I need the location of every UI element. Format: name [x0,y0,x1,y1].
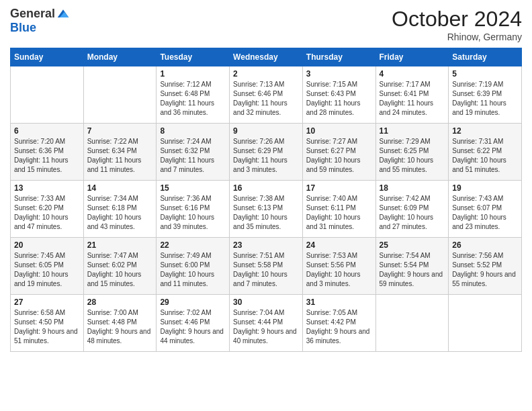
day-number: 14 [87,183,153,193]
day-info: Sunrise: 7:27 AMSunset: 6:27 PMDaylight:… [306,137,372,175]
month-title: October 2024 [392,7,522,32]
calendar-cell: 20Sunrise: 7:45 AMSunset: 6:05 PMDayligh… [11,238,84,295]
day-number: 29 [160,298,226,307]
day-number: 10 [306,126,372,136]
calendar-cell: 9Sunrise: 7:26 AMSunset: 6:29 PMDaylight… [230,124,303,181]
logo-general-text: General [10,7,55,21]
calendar-cell: 14Sunrise: 7:34 AMSunset: 6:18 PMDayligh… [83,181,157,238]
day-number: 18 [380,183,445,193]
calendar-cell: 17Sunrise: 7:40 AMSunset: 6:11 PMDayligh… [302,181,375,238]
calendar-cell: 3Sunrise: 7:15 AMSunset: 6:43 PMDaylight… [302,66,375,124]
weekday-header-tuesday: Tuesday [157,48,230,66]
day-number: 2 [233,69,299,79]
day-info: Sunrise: 7:47 AMSunset: 6:02 PMDaylight:… [87,251,153,289]
weekday-header-thursday: Thursday [302,48,375,66]
day-info: Sunrise: 7:34 AMSunset: 6:18 PMDaylight:… [87,194,153,232]
weekday-header-saturday: Saturday [449,48,522,66]
logo: General Blue [10,7,70,35]
day-info: Sunrise: 7:40 AMSunset: 6:11 PMDaylight:… [306,194,372,232]
day-info: Sunrise: 7:45 AMSunset: 6:05 PMDaylight:… [14,251,80,289]
day-info: Sunrise: 7:17 AMSunset: 6:41 PMDaylight:… [380,80,445,118]
day-number: 26 [452,240,518,250]
weekday-header-row: SundayMondayTuesdayWednesdayThursdayFrid… [11,48,522,66]
day-info: Sunrise: 7:31 AMSunset: 6:22 PMDaylight:… [452,137,518,175]
calendar-cell: 19Sunrise: 7:43 AMSunset: 6:07 PMDayligh… [449,181,522,238]
calendar-cell [11,66,84,124]
day-info: Sunrise: 7:42 AMSunset: 6:09 PMDaylight:… [380,194,445,232]
title-area: October 2024 Rhinow, Germany [392,7,522,42]
day-info: Sunrise: 7:51 AMSunset: 5:58 PMDaylight:… [233,251,299,289]
day-info: Sunrise: 7:43 AMSunset: 6:07 PMDaylight:… [452,194,518,232]
day-info: Sunrise: 7:56 AMSunset: 5:52 PMDaylight:… [452,251,518,289]
day-number: 28 [87,298,153,307]
day-number: 9 [233,126,299,136]
calendar-cell: 25Sunrise: 7:54 AMSunset: 5:54 PMDayligh… [375,238,449,295]
calendar-cell: 29Sunrise: 7:02 AMSunset: 4:46 PMDayligh… [157,295,230,352]
calendar-table: SundayMondayTuesdayWednesdayThursdayFrid… [10,48,522,352]
calendar-cell: 27Sunrise: 6:58 AMSunset: 4:50 PMDayligh… [11,295,84,352]
calendar-cell: 13Sunrise: 7:33 AMSunset: 6:20 PMDayligh… [11,181,84,238]
calendar-cell [83,66,157,124]
calendar-cell: 28Sunrise: 7:00 AMSunset: 4:48 PMDayligh… [83,295,157,352]
day-info: Sunrise: 7:13 AMSunset: 6:46 PMDaylight:… [233,80,299,118]
day-number: 21 [87,240,153,250]
weekday-header-friday: Friday [375,48,449,66]
day-info: Sunrise: 7:22 AMSunset: 6:34 PMDaylight:… [87,137,153,175]
calendar-cell: 18Sunrise: 7:42 AMSunset: 6:09 PMDayligh… [375,181,449,238]
calendar-cell: 12Sunrise: 7:31 AMSunset: 6:22 PMDayligh… [449,124,522,181]
calendar-cell: 6Sunrise: 7:20 AMSunset: 6:36 PMDaylight… [11,124,84,181]
logo-icon [56,7,70,21]
calendar-cell: 10Sunrise: 7:27 AMSunset: 6:27 PMDayligh… [302,124,375,181]
day-info: Sunrise: 7:05 AMSunset: 4:42 PMDaylight:… [306,308,372,346]
day-number: 22 [160,240,226,250]
calendar-week-row: 27Sunrise: 6:58 AMSunset: 4:50 PMDayligh… [11,295,522,352]
day-info: Sunrise: 7:29 AMSunset: 6:25 PMDaylight:… [380,137,445,175]
day-number: 23 [233,240,299,250]
calendar-cell: 16Sunrise: 7:38 AMSunset: 6:13 PMDayligh… [230,181,303,238]
day-number: 1 [160,69,226,79]
calendar-cell: 24Sunrise: 7:53 AMSunset: 5:56 PMDayligh… [302,238,375,295]
day-number: 30 [233,298,299,307]
day-number: 5 [452,69,518,79]
day-info: Sunrise: 7:00 AMSunset: 4:48 PMDaylight:… [87,308,153,346]
calendar-cell: 4Sunrise: 7:17 AMSunset: 6:41 PMDaylight… [375,66,449,124]
day-number: 27 [14,298,80,307]
calendar-cell: 7Sunrise: 7:22 AMSunset: 6:34 PMDaylight… [83,124,157,181]
day-number: 20 [14,240,80,250]
calendar-cell: 5Sunrise: 7:19 AMSunset: 6:39 PMDaylight… [449,66,522,124]
weekday-header-monday: Monday [83,48,157,66]
day-info: Sunrise: 6:58 AMSunset: 4:50 PMDaylight:… [14,308,80,346]
day-info: Sunrise: 7:19 AMSunset: 6:39 PMDaylight:… [452,80,518,118]
day-info: Sunrise: 7:33 AMSunset: 6:20 PMDaylight:… [14,194,80,232]
day-info: Sunrise: 7:36 AMSunset: 6:16 PMDaylight:… [160,194,226,232]
day-info: Sunrise: 7:15 AMSunset: 6:43 PMDaylight:… [306,80,372,118]
calendar-cell: 2Sunrise: 7:13 AMSunset: 6:46 PMDaylight… [230,66,303,124]
calendar-cell: 1Sunrise: 7:12 AMSunset: 6:48 PMDaylight… [157,66,230,124]
calendar-cell: 30Sunrise: 7:04 AMSunset: 4:44 PMDayligh… [230,295,303,352]
day-number: 6 [14,126,80,136]
location-title: Rhinow, Germany [392,32,522,42]
day-number: 3 [306,69,372,79]
day-info: Sunrise: 7:54 AMSunset: 5:54 PMDaylight:… [380,251,445,289]
day-number: 15 [160,183,226,193]
calendar-week-row: 6Sunrise: 7:20 AMSunset: 6:36 PMDaylight… [11,124,522,181]
day-info: Sunrise: 7:26 AMSunset: 6:29 PMDaylight:… [233,137,299,175]
calendar-cell: 23Sunrise: 7:51 AMSunset: 5:58 PMDayligh… [230,238,303,295]
day-number: 19 [452,183,518,193]
day-info: Sunrise: 7:02 AMSunset: 4:46 PMDaylight:… [160,308,226,346]
day-info: Sunrise: 7:20 AMSunset: 6:36 PMDaylight:… [14,137,80,175]
weekday-header-sunday: Sunday [11,48,84,66]
day-number: 12 [452,126,518,136]
calendar-cell: 15Sunrise: 7:36 AMSunset: 6:16 PMDayligh… [157,181,230,238]
day-info: Sunrise: 7:12 AMSunset: 6:48 PMDaylight:… [160,80,226,118]
calendar-cell: 31Sunrise: 7:05 AMSunset: 4:42 PMDayligh… [302,295,375,352]
calendar-cell: 11Sunrise: 7:29 AMSunset: 6:25 PMDayligh… [375,124,449,181]
calendar-week-row: 20Sunrise: 7:45 AMSunset: 6:05 PMDayligh… [11,238,522,295]
day-number: 11 [380,126,445,136]
calendar-week-row: 1Sunrise: 7:12 AMSunset: 6:48 PMDaylight… [11,66,522,124]
day-number: 17 [306,183,372,193]
day-number: 31 [306,298,372,307]
calendar-cell [449,295,522,352]
day-info: Sunrise: 7:49 AMSunset: 6:00 PMDaylight:… [160,251,226,289]
calendar-cell: 21Sunrise: 7:47 AMSunset: 6:02 PMDayligh… [83,238,157,295]
